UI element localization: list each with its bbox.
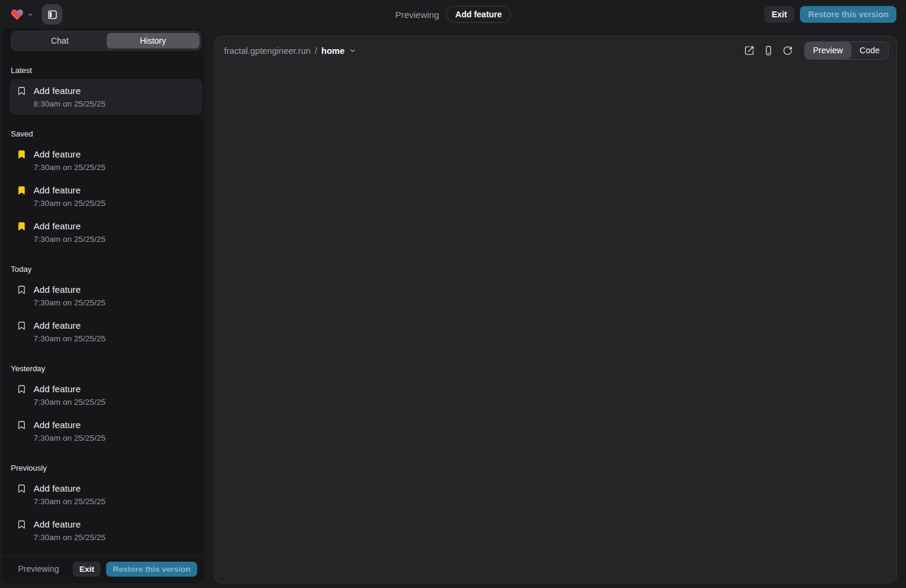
history-item[interactable]: Add feature 7:30am on 25/25/25 — [10, 178, 203, 214]
tab-history[interactable]: History — [107, 33, 200, 49]
tab-chat[interactable]: Chat — [13, 33, 107, 49]
breadcrumb[interactable]: fractal.gptengineer.run / home — [224, 46, 357, 56]
bookmark-filled-icon — [17, 186, 26, 195]
mobile-preview-button[interactable] — [760, 41, 778, 59]
footer-previewing-label: Previewing — [18, 564, 59, 574]
sidebar-footer: Previewing Exit Restore this version — [1, 556, 204, 584]
history-list: Latest Add feature 8:30am on 25/25/25 Sa… — [1, 51, 204, 556]
history-item-title: Add feature — [34, 86, 81, 96]
history-item-title: Add feature — [34, 284, 81, 295]
bookmark-outline-icon — [17, 86, 26, 96]
history-item-timestamp: 7:30am on 25/25/25 — [34, 434, 195, 442]
history-item-title: Add feature — [34, 320, 81, 331]
history-item-title: Add feature — [34, 519, 81, 529]
history-item[interactable]: Add feature 7:30am on 25/25/25 — [10, 377, 203, 413]
chevron-down-icon — [27, 11, 34, 18]
open-external-button[interactable] — [741, 41, 759, 59]
bookmark-outline-icon — [17, 321, 26, 331]
history-item[interactable]: Add feature 7:30am on 25/25/25 — [10, 413, 203, 449]
mobile-preview-icon — [763, 46, 774, 56]
history-item-title: Add feature — [34, 384, 81, 394]
chevron-down-icon — [349, 47, 357, 54]
history-item-timestamp: 7:30am on 25/25/25 — [34, 334, 195, 343]
lovable-logo[interactable] — [10, 8, 34, 22]
sidebar-toggle-button[interactable] — [42, 4, 62, 25]
history-item-timestamp: 8:30am on 25/25/25 — [34, 99, 195, 108]
footer-exit-button[interactable]: Exit — [73, 562, 101, 577]
history-item-title: Add feature — [34, 149, 81, 159]
refresh-button[interactable] — [779, 41, 797, 59]
section-label: Previously — [11, 463, 201, 472]
history-item[interactable]: Add feature 7:30am on 25/25/25 — [10, 278, 203, 314]
history-item-timestamp: 7:30am on 25/25/25 — [34, 398, 195, 407]
section-label: Yesterday — [11, 364, 201, 373]
refresh-icon — [783, 46, 793, 56]
view-toggle: Preview Code — [804, 41, 889, 60]
history-item[interactable]: Add feature 7:30am on 25/25/25 — [10, 477, 203, 513]
restore-version-button[interactable]: Restore this version — [800, 6, 896, 23]
sidebar-tabs: Chat History — [11, 31, 202, 51]
footer-restore-button[interactable]: Restore this version — [106, 562, 197, 577]
bookmark-outline-icon — [17, 520, 26, 529]
exit-button[interactable]: Exit — [764, 6, 795, 23]
history-item-timestamp: 7:30am on 25/25/25 — [34, 533, 195, 542]
history-item-title: Add feature — [34, 185, 81, 195]
history-section: Previously Add feature 7:30am on 25/25/2… — [10, 463, 203, 548]
history-item-title: Add feature — [34, 221, 81, 231]
history-section: Yesterday Add feature 7:30am on 25/25/25… — [10, 364, 203, 449]
breadcrumb-separator: / — [315, 46, 317, 56]
bookmark-outline-icon — [17, 484, 26, 493]
bookmark-outline-icon — [17, 384, 26, 394]
tab-preview[interactable]: Preview — [805, 42, 851, 59]
history-item-timestamp: 7:30am on 25/25/25 — [34, 298, 195, 307]
breadcrumb-page: home — [321, 46, 345, 56]
preview-viewport — [215, 65, 896, 583]
section-label: Latest — [11, 66, 201, 75]
history-section: Saved Add feature 7:30am on 25/25/25 Add… — [10, 129, 203, 250]
panel-left-icon — [47, 10, 58, 20]
tab-code[interactable]: Code — [851, 42, 888, 59]
open-external-icon — [744, 46, 754, 56]
history-item-title: Add feature — [34, 483, 81, 493]
history-item[interactable]: Add feature 7:30am on 25/25/25 — [10, 143, 203, 178]
history-section: Today Add feature 7:30am on 25/25/25 Add… — [10, 265, 203, 350]
section-label: Today — [11, 265, 201, 274]
bookmark-filled-icon — [17, 222, 26, 231]
history-sidebar: Chat History Latest Add feature 8:30am o… — [1, 29, 204, 583]
bookmark-outline-icon — [17, 420, 26, 430]
heart-logo-icon — [10, 8, 25, 22]
breadcrumb-site: fractal.gptengineer.run — [224, 46, 310, 56]
bookmark-filled-icon — [17, 150, 26, 159]
preview-panel-header: fractal.gptengineer.run / home — [215, 37, 896, 65]
history-item-timestamp: 7:30am on 25/25/25 — [34, 163, 195, 172]
history-item[interactable]: Add feature 7:30am on 25/25/25 — [10, 513, 203, 548]
history-item-timestamp: 7:30am on 25/25/25 — [34, 199, 195, 208]
section-label: Saved — [11, 129, 201, 138]
history-section: Latest Add feature 8:30am on 25/25/25 — [10, 66, 203, 115]
history-item[interactable]: Add feature 7:30am on 25/25/25 — [10, 314, 203, 350]
bookmark-outline-icon — [17, 285, 26, 295]
version-pill[interactable]: Add feature — [446, 6, 511, 23]
history-item-title: Add feature — [34, 420, 81, 430]
history-item[interactable]: Add feature 8:30am on 25/25/25 — [10, 79, 203, 115]
history-item[interactable]: Add feature 7:30am on 25/25/25 — [10, 214, 203, 250]
preview-panel: fractal.gptengineer.run / home — [214, 36, 897, 583]
history-item-timestamp: 7:30am on 25/25/25 — [34, 235, 195, 244]
workspace: Chat History Latest Add feature 8:30am o… — [0, 29, 906, 588]
history-item-timestamp: 7:30am on 25/25/25 — [34, 497, 195, 506]
previewing-status-label: Previewing — [395, 10, 439, 20]
topbar: Previewing Add feature Exit Restore this… — [0, 0, 906, 29]
